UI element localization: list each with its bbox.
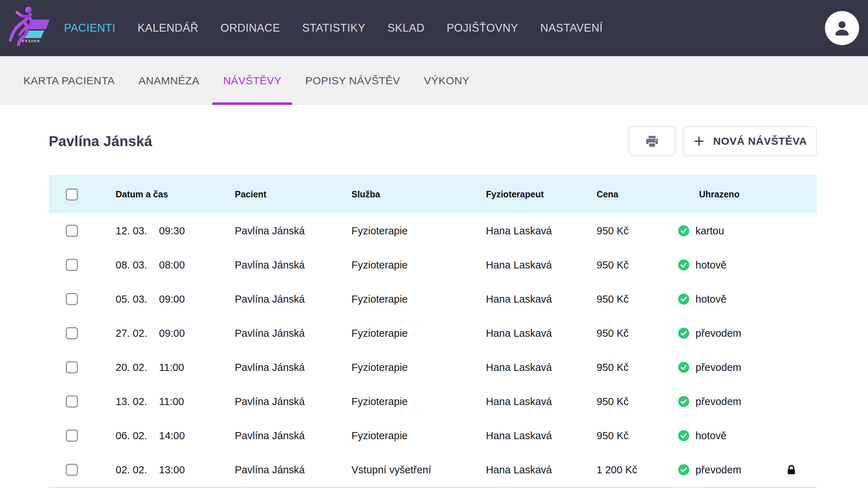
row-checkbox[interactable] [66, 430, 78, 442]
table-row[interactable]: 02. 02. 13:00 Pavlína Jánská Vstupní vyš… [49, 453, 817, 487]
visit-paid-label: převodem [695, 362, 741, 373]
row-checkbox[interactable] [66, 259, 78, 271]
visit-patient: Pavlína Jánská [235, 396, 351, 408]
select-all-checkbox[interactable] [66, 188, 78, 201]
row-checkbox-cell [49, 225, 116, 237]
visit-therapist: Hana Laskavá [486, 328, 597, 339]
user-avatar-button[interactable] [825, 11, 859, 45]
nav-item[interactable]: PACIENTI [64, 22, 116, 34]
visit-therapist: Hana Laskavá [486, 396, 597, 408]
column-header-date: Datum a čas [116, 189, 235, 200]
nav-item[interactable]: ORDINACE [221, 22, 280, 34]
table-header-row: Datum a čas Pacient Služba Fyzioterapeut… [49, 175, 817, 214]
visit-date: 05. 03. [116, 293, 159, 305]
visit-time: 08:00 [159, 259, 185, 271]
tab[interactable]: KARTA PACIENTA [23, 56, 115, 105]
visit-paid-cell: hotově [673, 430, 817, 442]
row-checkbox-cell [49, 259, 116, 271]
visit-paid-label: kartou [695, 225, 724, 237]
app-logo[interactable]: FYZION [6, 5, 53, 52]
visit-service: Fyzioterapie [351, 293, 486, 305]
runner-logo-icon: FYZION [6, 5, 53, 52]
tab[interactable]: POPISY NÁVŠTĚV [305, 56, 400, 105]
table-row[interactable]: 05. 03. 09:00 Pavlína Jánská Fyzioterapi… [49, 282, 817, 316]
visit-therapist: Hana Laskavá [486, 464, 597, 476]
visit-price: 950 Kč [597, 328, 673, 339]
visit-datetime: 02. 02. 13:00 [116, 464, 235, 476]
check-circle-icon [678, 430, 690, 442]
check-circle-icon [678, 327, 690, 339]
nav-item[interactable]: STATISTIKY [302, 22, 365, 34]
tab[interactable]: NÁVŠTĚVY [223, 56, 281, 105]
patient-tabs: KARTA PACIENTA ANAMNÉZA NÁVŠTĚVY POPISY … [0, 56, 868, 105]
row-checkbox[interactable] [66, 327, 78, 339]
visit-service: Fyzioterapie [351, 396, 486, 408]
visit-paid-label: hotově [695, 293, 726, 305]
row-checkbox[interactable] [66, 361, 78, 373]
visit-time: 11:00 [159, 396, 184, 408]
row-checkbox-cell [49, 293, 116, 305]
logo-text: FYZION [22, 39, 40, 43]
visit-service: Vstupní vyšetření [351, 464, 486, 476]
visit-date: 08. 03. [116, 259, 159, 271]
table-row[interactable]: 08. 03. 08:00 Pavlína Jánská Fyzioterapi… [49, 248, 817, 282]
row-checkbox[interactable] [66, 395, 78, 408]
visit-price: 950 Kč [597, 293, 673, 305]
visit-paid-label: převodem [695, 396, 741, 408]
visit-paid-label: hotově [695, 430, 726, 442]
visit-paid-label: převodem [695, 328, 741, 339]
check-circle-icon [678, 225, 690, 237]
header-checkbox-cell [49, 188, 116, 201]
visit-therapist: Hana Laskavá [486, 225, 597, 237]
visit-price: 950 Kč [597, 362, 673, 373]
nav-item[interactable]: POJIŠŤOVNY [446, 22, 518, 34]
table-row[interactable]: 06. 02. 14:00 Pavlína Jánská Fyzioterapi… [49, 419, 817, 453]
visit-datetime: 06. 02. 14:00 [116, 430, 235, 442]
main-content: Pavlína Jánská NOVÁ NÁVŠTĚVA [0, 126, 868, 488]
visit-time: 13:00 [159, 464, 185, 476]
new-visit-label: NOVÁ NÁVŠTĚVA [713, 135, 807, 147]
table-row[interactable]: 13. 02. 11:00 Pavlína Jánská Fyzioterapi… [49, 384, 817, 419]
visit-price: 950 Kč [597, 396, 673, 408]
visit-paid-cell: převodem [673, 327, 817, 339]
visit-time: 11:00 [159, 362, 184, 373]
header-actions: NOVÁ NÁVŠTĚVA [629, 126, 817, 156]
tab[interactable]: VÝKONY [424, 56, 470, 105]
nav-item[interactable]: KALENDÁŘ [138, 22, 199, 34]
row-checkbox-cell [49, 464, 116, 476]
table-row[interactable]: 27. 02. 09:00 Pavlína Jánská Fyzioterapi… [49, 316, 817, 350]
top-navbar: FYZION PACIENTI KALENDÁŘ ORDINACE STATIS… [0, 0, 868, 56]
row-checkbox[interactable] [66, 225, 78, 237]
check-circle-icon [678, 259, 690, 271]
table-body: 12. 03. 09:30 Pavlína Jánská Fyzioterapi… [49, 214, 817, 488]
visit-paid-label: hotově [695, 259, 726, 271]
row-checkbox-cell [49, 327, 116, 339]
visit-paid-cell: převodem [673, 395, 817, 408]
printer-icon [645, 134, 659, 148]
visit-date: 27. 02. [116, 328, 159, 339]
print-button[interactable] [629, 126, 676, 156]
visit-patient: Pavlína Jánská [235, 328, 351, 339]
new-visit-button[interactable]: NOVÁ NÁVŠTĚVA [683, 126, 817, 156]
visit-date: 13. 02. [116, 396, 159, 408]
visit-date: 02. 02. [116, 464, 159, 476]
table-row[interactable]: 12. 03. 09:30 Pavlína Jánská Fyzioterapi… [49, 214, 817, 248]
visit-time: 09:00 [159, 328, 185, 339]
check-circle-icon [678, 293, 690, 305]
user-avatar-icon [831, 17, 853, 39]
nav-item[interactable]: NASTAVENÍ [540, 22, 603, 34]
row-checkbox-cell [49, 361, 116, 373]
row-checkbox-cell [49, 395, 116, 408]
nav-item[interactable]: SKLAD [387, 22, 424, 34]
visit-datetime: 05. 03. 09:00 [116, 293, 235, 305]
visit-datetime: 12. 03. 09:30 [116, 225, 235, 237]
row-checkbox[interactable] [66, 293, 78, 305]
tab[interactable]: ANAMNÉZA [139, 56, 200, 105]
row-checkbox[interactable] [66, 464, 78, 476]
table-row[interactable]: 20. 02. 11:00 Pavlína Jánská Fyzioterapi… [49, 350, 817, 384]
plus-icon [693, 135, 705, 148]
visit-price: 950 Kč [597, 259, 673, 271]
page-header: Pavlína Jánská NOVÁ NÁVŠTĚVA [49, 126, 817, 156]
visit-time: 09:30 [159, 225, 185, 237]
visit-paid-cell: hotově [673, 293, 817, 305]
